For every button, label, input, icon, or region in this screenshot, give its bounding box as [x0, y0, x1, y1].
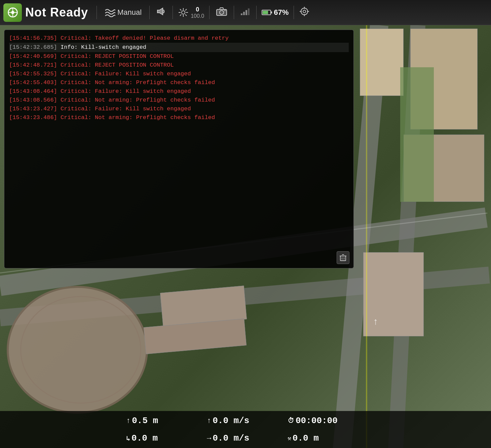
svg-rect-16	[245, 10, 247, 15]
altitude-up-value: 0.5 m	[132, 416, 158, 426]
log-line: [15:43:08.566] Critical: Not arming: Pre…	[9, 96, 349, 105]
signal-bars-icon	[239, 6, 251, 19]
alt-ground-icon: ⚒	[288, 435, 291, 442]
svg-point-21	[301, 8, 308, 15]
log-line: [15:43:23.427] Critical: Failure: Kill s…	[9, 105, 349, 113]
log-line: [15:42:32.685] Info: Kill-switch engaged	[9, 43, 349, 52]
app-logo	[3, 3, 22, 22]
signal-count: 0	[196, 6, 199, 13]
svg-point-2	[182, 11, 185, 14]
delete-log-button[interactable]	[337, 251, 349, 264]
alt-side-value: 0.0 m	[131, 433, 158, 443]
svg-line-9	[185, 9, 187, 10]
signal-strength: 100.0	[191, 13, 204, 19]
log-line: [15:41:56.735] Critical: Takeoff denied!…	[9, 34, 349, 43]
log-line: [15:43:08.464] Critical: Failure: Kill s…	[9, 87, 349, 96]
divider-3	[173, 6, 173, 19]
speed-right-icon: →	[207, 434, 211, 443]
battery-percentage: 67%	[274, 8, 289, 17]
svg-rect-19	[263, 11, 268, 14]
status-grid: ↑ 0.5 m ↑ 0.0 m/s ⏱ 00:00:00 ↳ 0.0 m → 0…	[119, 409, 372, 448]
altitude-up-icon: ↑	[126, 417, 130, 425]
divider-7	[294, 6, 294, 19]
alt-ground-stat: ⚒ 0.0 m	[288, 430, 365, 447]
svg-line-10	[180, 14, 181, 16]
log-panel: [15:41:56.735] Critical: Takeoff denied!…	[4, 30, 354, 268]
svg-rect-27	[340, 256, 346, 261]
svg-rect-20	[271, 11, 272, 13]
svg-rect-15	[243, 12, 245, 15]
timer-icon: ⏱	[288, 417, 294, 425]
megaphone-icon[interactable]	[155, 5, 167, 20]
mode-button[interactable]: Manual	[102, 6, 144, 18]
bottom-status-bar: ↑ 0.5 m ↑ 0.0 m/s ⏱ 00:00:00 ↳ 0.0 m → 0…	[0, 411, 491, 448]
status-label: Not Ready	[25, 5, 88, 20]
alt-side-icon: ↳	[126, 434, 130, 443]
svg-line-7	[180, 9, 181, 10]
divider-1	[97, 6, 97, 19]
log-line: [15:43:23.486] Critical: Not arming: Pre…	[9, 113, 349, 122]
satellite-group: 0 100.0	[178, 6, 204, 19]
camera-icon[interactable]	[215, 6, 229, 20]
log-line: [15:42:48.721] Critical: REJECT POSITION…	[9, 61, 349, 70]
speed-up-value: 0.0 m/s	[213, 416, 249, 426]
signal-display: 0 100.0	[191, 6, 204, 19]
speed-up-icon: ↑	[207, 417, 211, 425]
divider-4	[209, 6, 210, 19]
battery-group: 67%	[262, 8, 289, 17]
alt-side-stat: ↳ 0.0 m	[126, 430, 203, 447]
timer-value: 00:00:00	[296, 416, 338, 426]
alt-ground-value: 0.0 m	[293, 433, 319, 443]
mode-label: Manual	[117, 8, 142, 17]
gps-target-icon[interactable]	[299, 6, 310, 19]
log-line: [15:42:55.403] Critical: Not arming: Pre…	[9, 78, 349, 87]
log-line: [15:42:40.569] Critical: REJECT POSITION…	[9, 52, 349, 61]
svg-point-13	[224, 10, 226, 11]
log-line: [15:42:55.325] Critical: Failure: Kill s…	[9, 70, 349, 78]
timer-stat: ⏱ 00:00:00	[288, 412, 365, 429]
svg-rect-14	[241, 13, 242, 15]
svg-line-8	[185, 14, 187, 16]
speed-up-stat: ↑ 0.0 m/s	[207, 412, 284, 429]
svg-point-1	[11, 11, 14, 14]
divider-2	[149, 6, 150, 19]
divider-6	[256, 6, 257, 19]
divider-5	[234, 6, 234, 19]
log-lines: [15:41:56.735] Critical: Takeoff denied!…	[9, 34, 349, 122]
speed-right-value: 0.0 m/s	[213, 433, 249, 443]
svg-point-22	[303, 10, 306, 13]
svg-rect-17	[248, 8, 250, 15]
speed-right-stat: → 0.0 m/s	[207, 430, 284, 447]
topbar: Not Ready Manual	[0, 0, 491, 25]
altitude-up-stat: ↑ 0.5 m	[126, 412, 203, 429]
